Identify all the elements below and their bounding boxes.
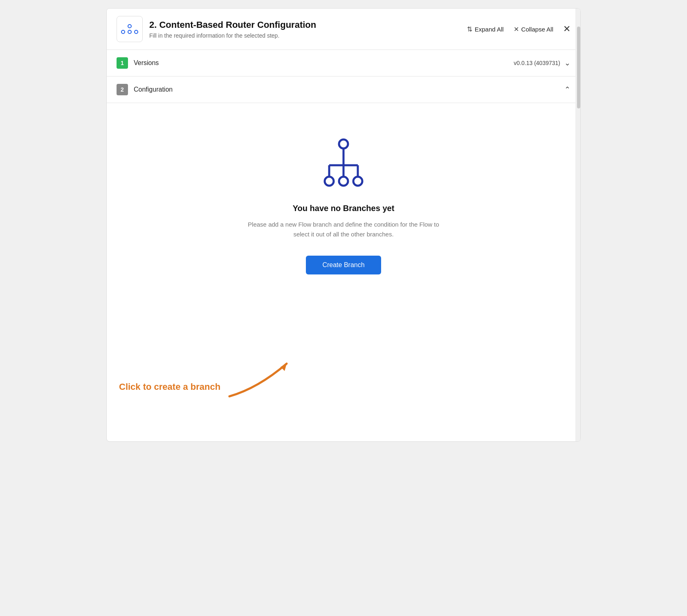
no-branches-title: You have no Branches yet — [293, 204, 395, 213]
section-1-number: 1 — [117, 57, 128, 69]
expand-all-button[interactable]: ⇅ Expand All — [467, 25, 504, 33]
branch-icon — [317, 136, 370, 191]
svg-point-8 — [353, 177, 362, 186]
version-value: v0.0.13 (4039731) — [514, 60, 560, 66]
page-title: 2. Content-Based Router Configuration — [149, 19, 467, 31]
header: 2. Content-Based Router Configuration Fi… — [107, 9, 580, 50]
create-branch-button[interactable]: Create Branch — [306, 256, 381, 274]
panel: 2. Content-Based Router Configuration Fi… — [106, 8, 581, 442]
expand-all-label: Expand All — [475, 26, 504, 33]
collapse-all-button[interactable]: ✕ Collapse All — [514, 25, 553, 33]
configuration-chevron: ⌃ — [564, 85, 570, 94]
annotation-arrow — [225, 355, 307, 400]
step-icon-box — [117, 16, 143, 42]
header-text: 2. Content-Based Router Configuration Fi… — [149, 19, 467, 39]
versions-section[interactable]: 1 Versions v0.0.13 (4039731) ⌄ — [107, 50, 580, 76]
svg-point-7 — [339, 177, 348, 186]
annotation-overlay: Click to create a branch — [119, 382, 220, 392]
collapse-icon: ✕ — [514, 25, 519, 33]
configuration-section[interactable]: 2 Configuration ⌃ — [107, 76, 580, 103]
close-button[interactable]: ✕ — [563, 25, 570, 34]
scrollbar-thumb[interactable] — [577, 27, 580, 108]
main-content: You have no Branches yet Please add a ne… — [107, 103, 580, 299]
expand-icon: ⇅ — [467, 25, 472, 33]
router-icon — [121, 24, 138, 34]
svg-marker-9 — [281, 364, 287, 371]
scrollbar-track — [575, 9, 580, 441]
header-actions: ⇅ Expand All ✕ Collapse All ✕ — [467, 25, 570, 34]
page-subtitle: Fill in the required information for the… — [149, 32, 467, 39]
section-2-number: 2 — [117, 84, 128, 95]
annotation-text: Click to create a branch — [119, 382, 220, 392]
configuration-meta: ⌃ — [564, 85, 570, 94]
collapse-all-label: Collapse All — [521, 26, 553, 33]
versions-meta: v0.0.13 (4039731) ⌄ — [514, 58, 570, 67]
svg-point-6 — [325, 177, 334, 186]
configuration-label: Configuration — [134, 86, 564, 93]
no-branches-description: Please add a new Flow branch and define … — [245, 220, 442, 239]
versions-chevron: ⌄ — [564, 58, 570, 67]
svg-point-0 — [339, 139, 348, 148]
versions-label: Versions — [134, 59, 514, 67]
